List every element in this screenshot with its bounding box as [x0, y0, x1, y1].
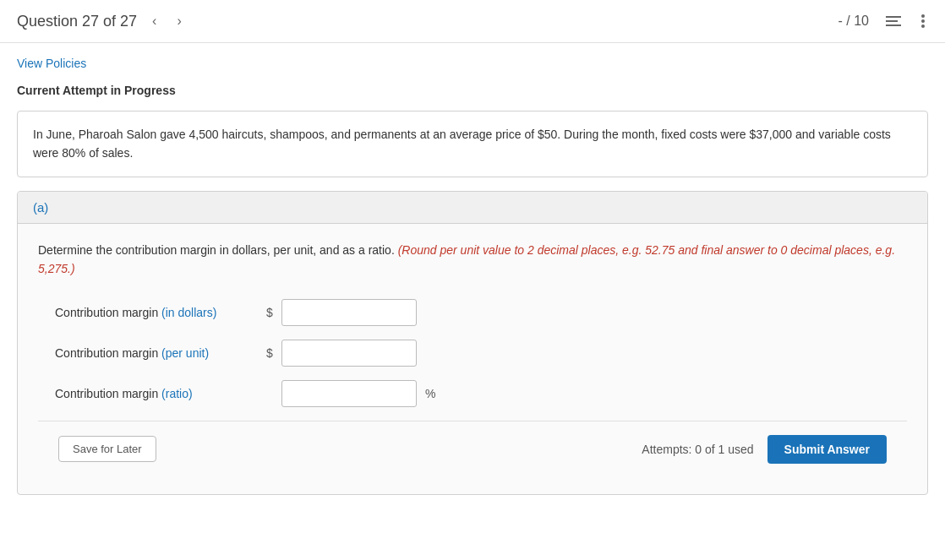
cm-per-unit-prefix: $ [266, 346, 273, 360]
cm-dollars-prefix: $ [266, 306, 273, 319]
view-policies-link[interactable]: View Policies [17, 57, 86, 70]
instruction-text: Determine the contribution margin in dol… [38, 241, 907, 279]
cm-per-unit-row: Contribution margin (per unit) $ [55, 340, 907, 367]
cm-dollars-label-highlight: (in dollars) [161, 306, 216, 319]
submit-answer-button[interactable]: Submit Answer [767, 435, 887, 464]
next-button[interactable]: › [172, 10, 186, 32]
top-bar-left: Question 27 of 27 ‹ › [17, 10, 187, 32]
cm-ratio-row: Contribution margin (ratio) % [55, 380, 907, 407]
cm-ratio-label-highlight: (ratio) [161, 387, 193, 400]
question-title: Question 27 of 27 [17, 13, 137, 30]
instruction-main: Determine the contribution margin in dol… [38, 243, 395, 257]
cm-ratio-label: Contribution margin (ratio) [55, 387, 258, 400]
prev-button[interactable]: ‹ [147, 10, 161, 32]
part-body: Determine the contribution margin in dol… [18, 224, 927, 494]
question-text: In June, Pharoah Salon gave 4,500 haircu… [33, 128, 891, 160]
save-later-button[interactable]: Save for Later [58, 436, 156, 462]
bottom-right: Attempts: 0 of 1 used Submit Answer [642, 435, 887, 464]
part-header: (a) [18, 192, 927, 224]
cm-per-unit-label-highlight: (per unit) [161, 346, 209, 360]
part-section: (a) Determine the contribution margin in… [17, 191, 928, 495]
list-icon[interactable] [882, 13, 904, 30]
score-display: - / 10 [838, 14, 869, 29]
attempts-text: Attempts: 0 of 1 used [642, 443, 753, 456]
cm-ratio-suffix: % [425, 387, 435, 400]
cm-ratio-input[interactable] [281, 380, 417, 407]
page-wrapper: Question 27 of 27 ‹ › - / 10 View Polici… [0, 0, 945, 560]
cm-per-unit-label: Contribution margin (per unit) [55, 346, 258, 360]
attempt-status: Current Attempt in Progress [17, 84, 928, 97]
cm-dollars-row: Contribution margin (in dollars) $ [55, 299, 907, 326]
cm-per-unit-input[interactable] [281, 340, 417, 367]
bottom-bar: Save for Later Attempts: 0 of 1 used Sub… [38, 421, 907, 477]
more-options-icon[interactable] [918, 11, 928, 31]
cm-dollars-input[interactable] [281, 299, 417, 326]
part-label: (a) [33, 200, 48, 215]
top-bar-right: - / 10 [838, 11, 928, 31]
form-table: Contribution margin (in dollars) $ Contr… [55, 299, 907, 407]
question-box: In June, Pharoah Salon gave 4,500 haircu… [17, 111, 928, 177]
content-area: View Policies Current Attempt in Progres… [0, 43, 945, 560]
top-bar: Question 27 of 27 ‹ › - / 10 [0, 0, 945, 43]
cm-dollars-label: Contribution margin (in dollars) [55, 306, 258, 319]
